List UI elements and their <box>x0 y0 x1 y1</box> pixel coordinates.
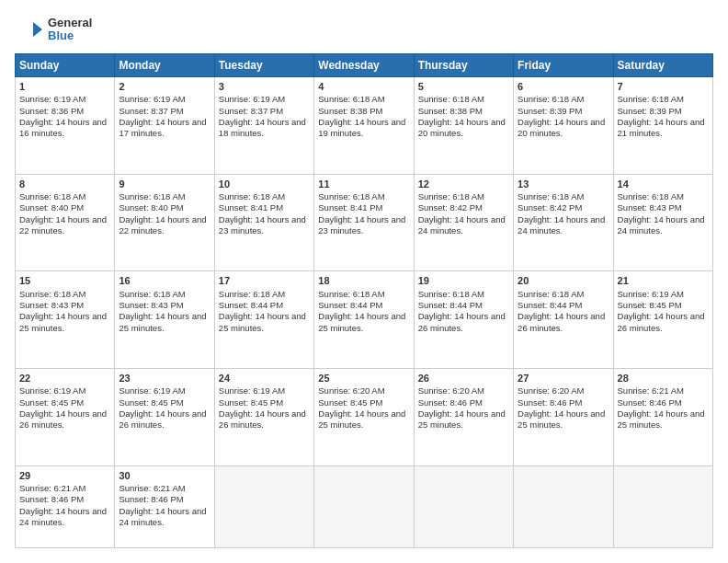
calendar-day-cell: 2 Sunrise: 6:19 AM Sunset: 8:37 PM Dayli… <box>115 77 214 175</box>
sunrise-text: Sunrise: 6:20 AM <box>318 385 384 396</box>
calendar-day-cell: 18 Sunrise: 6:18 AM Sunset: 8:44 PM Dayl… <box>314 271 414 369</box>
day-number: 20 <box>518 274 609 287</box>
sunrise-text: Sunrise: 6:18 AM <box>618 191 684 201</box>
daylight-text: Daylight: 14 hours and 25 minutes. <box>318 408 405 430</box>
sunset-text: Sunset: 8:43 PM <box>119 300 183 310</box>
calendar-day-cell <box>514 465 613 547</box>
daylight-text: Daylight: 14 hours and 23 minutes. <box>318 214 405 236</box>
calendar-day-cell: 20 Sunrise: 6:18 AM Sunset: 8:44 PM Dayl… <box>514 271 613 369</box>
daylight-text: Daylight: 14 hours and 25 minutes. <box>518 408 605 430</box>
sunrise-text: Sunrise: 6:19 AM <box>618 289 684 299</box>
sunrise-text: Sunrise: 6:18 AM <box>119 289 185 299</box>
day-number: 27 <box>518 372 609 385</box>
sunrise-text: Sunrise: 6:21 AM <box>119 483 185 493</box>
svg-marker-1 <box>33 22 42 37</box>
daylight-text: Daylight: 14 hours and 26 minutes. <box>19 408 107 430</box>
sunset-text: Sunset: 8:45 PM <box>318 397 382 408</box>
daylight-text: Daylight: 14 hours and 25 minutes. <box>19 311 107 332</box>
day-number: 21 <box>618 274 709 287</box>
calendar-header-tuesday: Tuesday <box>214 54 313 77</box>
calendar-day-cell: 7 Sunrise: 6:18 AM Sunset: 8:39 PM Dayli… <box>613 77 712 175</box>
sunset-text: Sunset: 8:36 PM <box>19 106 84 116</box>
day-number: 10 <box>219 178 310 190</box>
day-number: 3 <box>219 80 310 93</box>
day-number: 14 <box>618 178 709 190</box>
daylight-text: Daylight: 14 hours and 22 minutes. <box>19 214 107 236</box>
calendar-header-saturday: Saturday <box>613 54 712 77</box>
sunset-text: Sunset: 8:44 PM <box>418 300 483 310</box>
day-number: 30 <box>119 469 210 482</box>
day-number: 4 <box>318 80 409 93</box>
calendar-day-cell: 1 Sunrise: 6:19 AM Sunset: 8:36 PM Dayli… <box>16 77 115 175</box>
sunset-text: Sunset: 8:39 PM <box>518 106 582 116</box>
daylight-text: Daylight: 14 hours and 19 minutes. <box>318 117 405 138</box>
calendar-day-cell: 17 Sunrise: 6:18 AM Sunset: 8:44 PM Dayl… <box>214 271 313 369</box>
calendar-day-cell: 14 Sunrise: 6:18 AM Sunset: 8:43 PM Dayl… <box>613 174 712 271</box>
calendar-week-row: 15 Sunrise: 6:18 AM Sunset: 8:43 PM Dayl… <box>16 271 713 369</box>
daylight-text: Daylight: 14 hours and 25 minutes. <box>318 311 405 332</box>
daylight-text: Daylight: 14 hours and 26 minutes. <box>219 408 306 430</box>
calendar-day-cell: 12 Sunrise: 6:18 AM Sunset: 8:42 PM Dayl… <box>414 174 513 271</box>
calendar-table: SundayMondayTuesdayWednesdayThursdayFrid… <box>15 53 713 548</box>
sunset-text: Sunset: 8:44 PM <box>518 300 582 310</box>
sunset-text: Sunset: 8:44 PM <box>318 300 382 310</box>
calendar-day-cell: 8 Sunrise: 6:18 AM Sunset: 8:40 PM Dayli… <box>16 174 115 271</box>
calendar-header-friday: Friday <box>514 54 613 77</box>
daylight-text: Daylight: 14 hours and 24 minutes. <box>418 214 506 236</box>
sunrise-text: Sunrise: 6:18 AM <box>518 94 584 104</box>
calendar-day-cell: 4 Sunrise: 6:18 AM Sunset: 8:38 PM Dayli… <box>314 77 414 175</box>
sunrise-text: Sunrise: 6:18 AM <box>318 191 384 201</box>
calendar-day-cell: 9 Sunrise: 6:18 AM Sunset: 8:40 PM Dayli… <box>115 174 214 271</box>
daylight-text: Daylight: 14 hours and 24 minutes. <box>19 506 107 527</box>
sunrise-text: Sunrise: 6:18 AM <box>19 191 85 201</box>
calendar-day-cell: 6 Sunrise: 6:18 AM Sunset: 8:39 PM Dayli… <box>514 77 613 175</box>
day-number: 26 <box>418 372 509 385</box>
day-number: 19 <box>418 274 509 287</box>
calendar-week-row: 1 Sunrise: 6:19 AM Sunset: 8:36 PM Dayli… <box>16 77 713 175</box>
calendar-day-cell <box>214 465 313 547</box>
day-number: 28 <box>618 372 709 385</box>
daylight-text: Daylight: 14 hours and 23 minutes. <box>219 214 306 236</box>
sunset-text: Sunset: 8:45 PM <box>19 397 84 408</box>
calendar-day-cell: 30 Sunrise: 6:21 AM Sunset: 8:46 PM Dayl… <box>115 465 214 547</box>
sunrise-text: Sunrise: 6:19 AM <box>219 385 285 396</box>
calendar-week-row: 29 Sunrise: 6:21 AM Sunset: 8:46 PM Dayl… <box>16 465 713 547</box>
day-number: 1 <box>19 80 110 93</box>
page: General Blue SundayMondayTuesdayWednesda… <box>0 0 728 563</box>
sunrise-text: Sunrise: 6:18 AM <box>518 191 584 201</box>
sunset-text: Sunset: 8:39 PM <box>618 106 682 116</box>
sunset-text: Sunset: 8:46 PM <box>518 397 582 408</box>
sunrise-text: Sunrise: 6:19 AM <box>19 94 85 104</box>
sunset-text: Sunset: 8:40 PM <box>19 202 84 213</box>
calendar-header-thursday: Thursday <box>414 54 513 77</box>
calendar-day-cell: 16 Sunrise: 6:18 AM Sunset: 8:43 PM Dayl… <box>115 271 214 369</box>
sunset-text: Sunset: 8:40 PM <box>119 202 183 213</box>
sunset-text: Sunset: 8:45 PM <box>219 397 283 408</box>
daylight-text: Daylight: 14 hours and 16 minutes. <box>19 117 107 138</box>
sunrise-text: Sunrise: 6:18 AM <box>318 289 384 299</box>
daylight-text: Daylight: 14 hours and 20 minutes. <box>418 117 506 138</box>
calendar-header-row: SundayMondayTuesdayWednesdayThursdayFrid… <box>16 54 713 77</box>
daylight-text: Daylight: 14 hours and 26 minutes. <box>618 311 705 332</box>
sunrise-text: Sunrise: 6:19 AM <box>119 94 185 104</box>
day-number: 2 <box>119 80 210 93</box>
daylight-text: Daylight: 14 hours and 24 minutes. <box>119 506 206 527</box>
logo-blue: Blue <box>48 29 92 42</box>
sunrise-text: Sunrise: 6:18 AM <box>219 289 285 299</box>
generalblue-logo-icon <box>15 15 44 44</box>
calendar-day-cell: 23 Sunrise: 6:19 AM Sunset: 8:45 PM Dayl… <box>115 369 214 466</box>
daylight-text: Daylight: 14 hours and 26 minutes. <box>119 408 206 430</box>
sunrise-text: Sunrise: 6:21 AM <box>19 483 85 493</box>
sunrise-text: Sunrise: 6:21 AM <box>618 385 684 396</box>
day-number: 29 <box>19 469 110 482</box>
sunset-text: Sunset: 8:38 PM <box>318 106 382 116</box>
sunset-text: Sunset: 8:42 PM <box>518 202 582 213</box>
calendar-day-cell <box>414 465 513 547</box>
calendar-day-cell <box>314 465 414 547</box>
calendar-header-wednesday: Wednesday <box>314 54 414 77</box>
sunset-text: Sunset: 8:45 PM <box>618 300 682 310</box>
calendar-day-cell: 29 Sunrise: 6:21 AM Sunset: 8:46 PM Dayl… <box>16 465 115 547</box>
daylight-text: Daylight: 14 hours and 25 minutes. <box>119 311 206 332</box>
sunset-text: Sunset: 8:43 PM <box>19 300 84 310</box>
day-number: 13 <box>518 178 609 190</box>
